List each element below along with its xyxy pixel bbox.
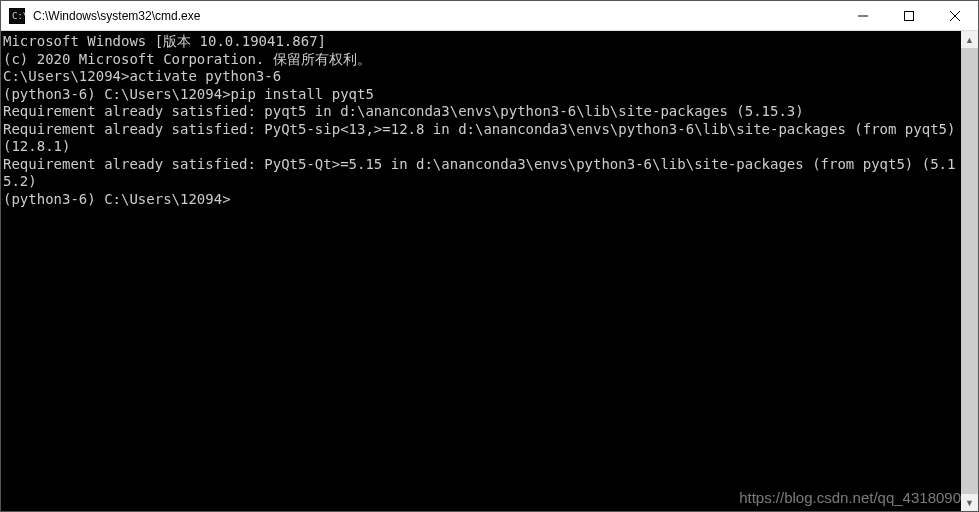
window-controls (840, 1, 978, 30)
close-button[interactable] (932, 1, 978, 30)
terminal-line: Microsoft Windows [版本 10.0.19041.867] (3, 33, 961, 51)
terminal-line: (python3-6) C:\Users\12094>pip install p… (3, 86, 961, 104)
terminal-line: (c) 2020 Microsoft Corporation. 保留所有权利。 (3, 51, 961, 69)
window-title: C:\Windows\system32\cmd.exe (31, 9, 840, 23)
scroll-down-arrow[interactable]: ▼ (961, 494, 978, 511)
cmd-window: C:\ C:\Windows\system32\cmd.exe Microsof… (0, 0, 979, 512)
vertical-scrollbar[interactable]: ▲ ▼ (961, 31, 978, 511)
terminal-line: Requirement already satisfied: pyqt5 in … (3, 103, 961, 121)
svg-text:C:\: C:\ (12, 11, 25, 21)
svg-rect-4 (905, 11, 914, 20)
scroll-up-arrow[interactable]: ▲ (961, 31, 978, 48)
terminal-output[interactable]: Microsoft Windows [版本 10.0.19041.867](c)… (1, 31, 961, 511)
scroll-track[interactable] (961, 48, 978, 494)
terminal-area: Microsoft Windows [版本 10.0.19041.867](c)… (1, 31, 978, 511)
terminal-line: (python3-6) C:\Users\12094> (3, 191, 961, 209)
terminal-line: Requirement already satisfied: PyQt5-Qt>… (3, 156, 961, 191)
scroll-thumb[interactable] (961, 48, 978, 494)
maximize-button[interactable] (886, 1, 932, 30)
minimize-button[interactable] (840, 1, 886, 30)
terminal-line: C:\Users\12094>activate python3-6 (3, 68, 961, 86)
terminal-line: Requirement already satisfied: PyQt5-sip… (3, 121, 961, 156)
cmd-icon: C:\ (9, 8, 25, 24)
titlebar: C:\ C:\Windows\system32\cmd.exe (1, 1, 978, 31)
